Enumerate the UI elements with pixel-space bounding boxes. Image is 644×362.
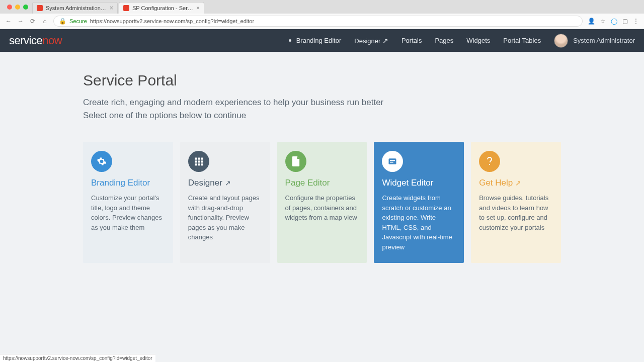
card-title: Page Editor — [285, 178, 359, 188]
address-bar-row: ← → ⟳ ⌂ 🔒 Secure https://nowsupporttv2.s… — [0, 14, 644, 29]
svg-rect-7 — [198, 163, 200, 165]
favicon-icon — [123, 5, 129, 11]
card-branding-editor[interactable]: Branding Editor Customize your portal's … — [83, 142, 173, 263]
card-designer[interactable]: Designer ↗ Create and layout pages with … — [180, 142, 270, 263]
svg-rect-9 — [389, 158, 396, 164]
card-page-editor[interactable]: Page Editor Configure the properties of … — [277, 142, 367, 263]
svg-rect-4 — [198, 160, 200, 162]
card-widget-editor[interactable]: Widget Editor Create widgets from scratc… — [374, 142, 464, 263]
lock-icon: 🔒 — [59, 18, 66, 25]
svg-rect-11 — [390, 162, 393, 163]
menu-icon[interactable]: ⋮ — [633, 18, 639, 25]
card-desc: Create widgets from scratch or customize… — [382, 193, 456, 252]
svg-rect-5 — [201, 160, 203, 162]
close-tab-icon[interactable]: × — [196, 5, 200, 12]
svg-rect-10 — [390, 160, 395, 161]
grid-icon — [188, 151, 209, 172]
logo[interactable]: servicenow — [9, 34, 62, 47]
app-header: servicenow Branding Editor Designer ↗ Po… — [0, 29, 644, 52]
browser-tab-2[interactable]: SP Configuration - Service Po... × — [119, 2, 204, 14]
back-button[interactable]: ← — [5, 18, 12, 25]
content-container: Service Portal Create rich, engaging and… — [83, 72, 561, 263]
logo-text-now: now — [42, 34, 62, 47]
gear-icon — [91, 151, 112, 172]
bookmark-icon[interactable]: ☆ — [600, 18, 606, 25]
tab-title: System Administration | Servi... — [46, 5, 107, 11]
lead-line-2: Select one of the options below to conti… — [83, 109, 561, 122]
card-desc: Customize your portal's title, logo and … — [91, 193, 165, 232]
lead-line-1: Create rich, engaging and modern experie… — [83, 96, 561, 109]
tab-title: SP Configuration - Service Po... — [132, 5, 193, 11]
status-bar: https://nowsupporttv2.service-now.com/sp… — [0, 354, 155, 362]
external-link-icon: ↗ — [515, 179, 521, 187]
browser-tabbar: System Administration | Servi... × SP Co… — [0, 0, 644, 14]
nav-branding-editor[interactable]: Branding Editor — [296, 37, 342, 44]
browser-extensions: 👤 ☆ ◯ ▢ ⋮ — [588, 18, 639, 25]
nav-widgets[interactable]: Widgets — [466, 37, 490, 44]
status-url: https://nowsupporttv2.service-now.com/sp… — [3, 355, 152, 361]
card-desc: Create and layout pages with drag-and-dr… — [188, 193, 262, 242]
page-icon — [285, 151, 306, 172]
svg-rect-0 — [195, 158, 197, 160]
card-title: Get Help ↗ — [479, 178, 553, 188]
logo-text-service: service — [9, 34, 42, 47]
close-tab-icon[interactable]: × — [110, 5, 113, 12]
url-text: https://nowsupporttv2.service-now.com/sp… — [90, 18, 254, 24]
minimize-window-icon[interactable] — [15, 5, 20, 10]
card-desc: Browse guides, tutorials and videos to l… — [479, 193, 553, 232]
svg-rect-2 — [201, 158, 203, 160]
avatar — [554, 34, 568, 48]
page-body: Service Portal Create rich, engaging and… — [0, 52, 644, 362]
close-window-icon[interactable] — [7, 5, 12, 10]
extension-square-icon[interactable]: ▢ — [622, 18, 628, 25]
window-controls[interactable] — [3, 0, 32, 14]
user-menu[interactable]: System Administrator — [554, 34, 635, 48]
card-desc: Configure the properties of pages, conta… — [285, 193, 359, 223]
nav-portal-tables[interactable]: Portal Tables — [503, 37, 541, 44]
top-nav: Branding Editor Designer ↗ Portals Pages… — [289, 34, 635, 48]
nav-portals[interactable]: Portals — [401, 37, 422, 44]
card-title: Branding Editor — [91, 178, 165, 188]
reload-button[interactable]: ⟳ — [29, 18, 36, 25]
favicon-icon — [37, 5, 43, 11]
extension-icon[interactable]: ◯ — [611, 18, 617, 25]
svg-rect-6 — [195, 163, 197, 165]
active-indicator-icon — [289, 39, 291, 42]
nav-pages[interactable]: Pages — [435, 37, 453, 44]
external-link-icon: ↗ — [382, 37, 388, 45]
nav-designer[interactable]: Designer ↗ — [354, 37, 388, 45]
card-title: Widget Editor — [382, 178, 456, 188]
card-get-help[interactable]: Get Help ↗ Browse guides, tutorials and … — [471, 142, 561, 263]
page-lead: Create rich, engaging and modern experie… — [83, 96, 561, 122]
svg-rect-1 — [198, 158, 200, 160]
url-bar[interactable]: 🔒 Secure https://nowsupporttv2.service-n… — [53, 16, 583, 27]
card-title: Designer ↗ — [188, 178, 262, 188]
user-icon[interactable]: 👤 — [588, 18, 595, 25]
home-button[interactable]: ⌂ — [41, 18, 48, 25]
widget-icon — [382, 151, 403, 172]
forward-button[interactable]: → — [17, 18, 24, 25]
svg-rect-3 — [195, 160, 197, 162]
help-icon — [479, 151, 500, 172]
secure-label: Secure — [69, 18, 87, 24]
browser-chrome: System Administration | Servi... × SP Co… — [0, 0, 644, 29]
user-name: System Administrator — [573, 37, 635, 44]
svg-rect-8 — [201, 163, 203, 165]
external-link-icon: ↗ — [225, 179, 231, 187]
card-grid: Branding Editor Customize your portal's … — [83, 142, 561, 263]
maximize-window-icon[interactable] — [23, 5, 28, 10]
browser-tab-1[interactable]: System Administration | Servi... × — [32, 2, 118, 14]
page-title: Service Portal — [83, 72, 561, 89]
